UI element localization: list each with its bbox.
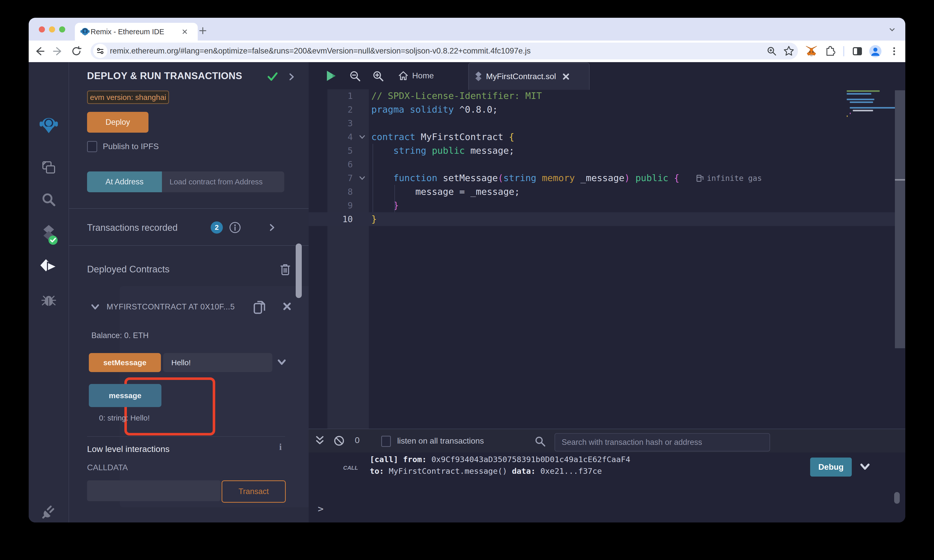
publish-ipfs-checkbox[interactable] bbox=[87, 141, 97, 152]
line-number: 6 bbox=[327, 157, 353, 171]
code-line[interactable]: 6 bbox=[308, 157, 895, 171]
set-message-button[interactable]: setMessage bbox=[89, 353, 161, 372]
run-script-play-icon[interactable] bbox=[326, 70, 336, 82]
listen-transactions-checkbox[interactable] bbox=[381, 436, 391, 447]
solidity-file-icon bbox=[475, 72, 482, 82]
contract-collapse-chevron-icon[interactable] bbox=[90, 303, 100, 311]
zoom-in-icon[interactable] bbox=[372, 70, 385, 82]
tx-recorded-chevron-icon[interactable] bbox=[268, 223, 276, 232]
code-line[interactable]: 3 bbox=[308, 116, 895, 130]
terminal-log-line[interactable]: to: MyFirstContract.message() data: 0xe2… bbox=[370, 465, 602, 477]
code-line[interactable]: 1// SPDX-License-Identifier: MIT bbox=[308, 89, 895, 103]
tab-close-icon[interactable] bbox=[181, 28, 189, 35]
contract-header-label: MYFIRSTCONTRACT AT 0X10F...5 bbox=[106, 302, 235, 311]
file-explorer-icon[interactable] bbox=[29, 160, 69, 175]
section-divider bbox=[69, 245, 308, 246]
listen-transactions-label: listen on all transactions bbox=[397, 436, 484, 446]
site-settings-icon[interactable] bbox=[93, 44, 107, 58]
code-line[interactable]: 5 string public message; bbox=[308, 144, 895, 157]
balance-label: Balance: 0. ETH bbox=[91, 331, 149, 340]
collapse-terminal-icon[interactable] bbox=[315, 435, 325, 446]
forward-icon[interactable] bbox=[51, 44, 65, 58]
solidity-compiler-icon[interactable] bbox=[29, 225, 69, 246]
line-number: 7 bbox=[327, 171, 353, 185]
panel-check-icon bbox=[267, 72, 278, 82]
remove-contract-icon[interactable] bbox=[282, 301, 292, 312]
browser-tab[interactable]: Remix - Ethereum IDE bbox=[75, 23, 198, 41]
terminal-prompt[interactable]: > bbox=[318, 503, 324, 514]
bookmark-star-icon[interactable] bbox=[783, 45, 795, 57]
tab-file-active[interactable]: MyFirstContract.sol bbox=[468, 63, 590, 90]
screenshot-root: Remix - Ethereum IDE remix.ethereum.org/… bbox=[0, 0, 934, 560]
indent-guide bbox=[395, 185, 395, 212]
editor-scrollbar[interactable] bbox=[895, 90, 905, 348]
plugin-manager-icon[interactable] bbox=[29, 503, 69, 520]
remix-logo[interactable] bbox=[29, 115, 69, 135]
at-address-input[interactable]: Load contract from Address bbox=[162, 171, 284, 192]
message-button[interactable]: message bbox=[89, 384, 162, 407]
extensions-puzzle-icon[interactable] bbox=[823, 44, 837, 58]
fold-chevron-icon[interactable] bbox=[358, 175, 366, 182]
remix-app: DEPLOY & RUN TRANSACTIONS evm version: s… bbox=[29, 62, 905, 523]
code-line[interactable]: 7 function setMessage(string memory _mes… bbox=[308, 171, 895, 185]
panel-expand-chevron-icon[interactable] bbox=[288, 72, 296, 82]
debugger-icon[interactable] bbox=[29, 292, 69, 308]
calldata-label: CALLDATA bbox=[87, 463, 128, 472]
scrollbar-marker bbox=[895, 179, 905, 181]
expand-args-chevron-icon[interactable] bbox=[277, 358, 287, 367]
line-number: 10 bbox=[327, 212, 353, 226]
back-icon[interactable] bbox=[32, 44, 46, 58]
low-level-info-icon[interactable]: i bbox=[279, 442, 282, 452]
zoom-out-icon[interactable] bbox=[349, 70, 361, 82]
editor-tabbar: Home MyFirstContract.sol bbox=[308, 62, 905, 89]
card-divider bbox=[87, 436, 285, 437]
fold-chevron-icon[interactable] bbox=[358, 134, 366, 140]
tx-info-icon[interactable] bbox=[228, 221, 242, 234]
indent-guide bbox=[373, 144, 373, 212]
code-line[interactable]: 4contract MyFirstContract { bbox=[308, 130, 895, 144]
panel-scrollbar[interactable] bbox=[296, 243, 302, 298]
terminal-scroll-pill[interactable] bbox=[894, 492, 900, 504]
metamask-icon[interactable] bbox=[804, 44, 818, 58]
trash-icon[interactable] bbox=[279, 263, 291, 276]
terminal-search-input[interactable]: Search with transaction hash or address bbox=[555, 433, 770, 451]
calldata-input[interactable] bbox=[87, 480, 220, 501]
deploy-button[interactable]: Deploy bbox=[87, 112, 148, 133]
panel-title: DEPLOY & RUN TRANSACTIONS bbox=[87, 71, 242, 82]
editor-minimap[interactable] bbox=[847, 90, 894, 123]
new-tab-icon[interactable] bbox=[198, 26, 207, 35]
tab-search-chevron-icon[interactable] bbox=[888, 25, 897, 34]
gas-estimate-annotation: infinite gas bbox=[696, 171, 762, 185]
copy-address-icon[interactable] bbox=[252, 300, 267, 315]
search-icon[interactable] bbox=[29, 192, 69, 207]
profile-avatar[interactable] bbox=[868, 44, 883, 58]
reload-icon[interactable] bbox=[69, 44, 83, 58]
set-message-input[interactable]: Hello! bbox=[163, 353, 272, 372]
side-panel-icon[interactable] bbox=[850, 44, 865, 58]
file-tab-close-icon[interactable] bbox=[562, 72, 570, 81]
section-divider bbox=[69, 208, 308, 209]
line-number: 3 bbox=[327, 116, 353, 130]
close-window-button[interactable] bbox=[39, 26, 45, 32]
minimize-window-button[interactable] bbox=[49, 26, 55, 32]
deploy-run-icon[interactable] bbox=[29, 259, 69, 274]
browser-tabstrip: Remix - Ethereum IDE bbox=[29, 18, 905, 41]
url-text[interactable]: remix.ethereum.org/#lang=en&optimize=fal… bbox=[110, 46, 531, 55]
code-line[interactable]: 9 } bbox=[308, 198, 895, 212]
code-line[interactable]: 10} bbox=[308, 212, 895, 226]
terminal-count: 0 bbox=[355, 435, 360, 445]
at-address-button[interactable]: At Address bbox=[87, 171, 162, 192]
clear-console-icon[interactable] bbox=[333, 435, 345, 447]
zoom-page-icon[interactable] bbox=[766, 46, 777, 57]
code-line[interactable]: 2pragma solidity ^0.8.0; bbox=[308, 103, 895, 116]
transact-button[interactable]: Transact bbox=[222, 480, 286, 503]
editor-area: Home MyFirstContract.sol 1// SPDX-Licens… bbox=[308, 62, 905, 523]
url-bar[interactable]: remix.ethereum.org/#lang=en&optimize=fal… bbox=[91, 43, 798, 59]
code-line[interactable]: 8 message = _message; bbox=[308, 185, 895, 198]
expand-log-chevron-icon[interactable] bbox=[859, 462, 871, 472]
tab-home[interactable]: Home bbox=[398, 62, 434, 89]
maximize-window-button[interactable] bbox=[59, 26, 65, 32]
debug-button[interactable]: Debug bbox=[810, 457, 852, 477]
browser-menu-icon[interactable] bbox=[887, 44, 901, 58]
terminal-log-line[interactable]: [call] from: 0x9Cf934043aD350758391b0D01… bbox=[370, 454, 630, 465]
